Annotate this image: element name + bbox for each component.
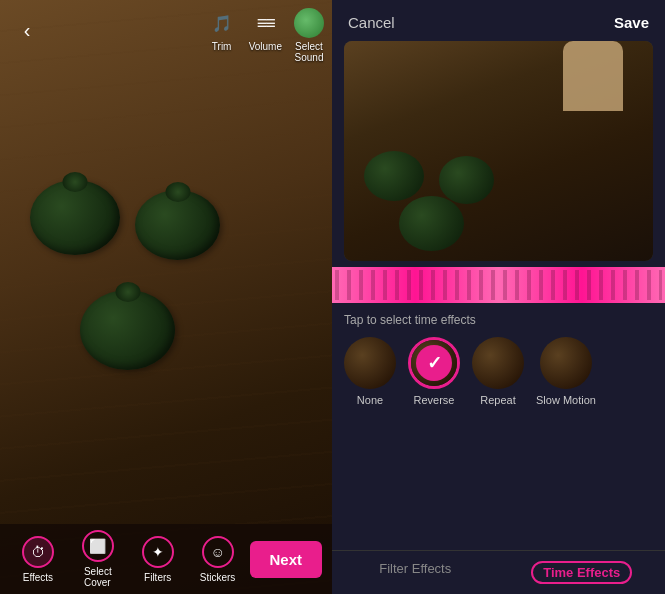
effect-none[interactable]: None: [344, 337, 396, 406]
effects-icon: ⏱: [22, 536, 54, 568]
effect-slow-motion-label: Slow Motion: [536, 394, 596, 406]
effects-row: None ✓ Reverse Repeat: [344, 337, 653, 406]
volume-icon: ≡≡: [250, 8, 280, 38]
back-icon: ‹: [24, 19, 31, 42]
effect-repeat-circle: [472, 337, 524, 389]
tab-filter-effects[interactable]: Filter Effects: [332, 551, 499, 594]
select-cover-label: SelectCover: [84, 566, 112, 588]
filters-icon: ✦: [142, 536, 174, 568]
filters-button[interactable]: ✦ Filters: [130, 536, 186, 583]
effect-repeat-inner: [472, 337, 524, 389]
bottom-tabs: Filter Effects Time Effects: [332, 550, 665, 594]
background: [0, 0, 332, 594]
turtle-3: [80, 290, 175, 370]
tab-time-effects-label: Time Effects: [531, 561, 632, 584]
bottom-toolbar: ⏱ Effects ⬜ SelectCover ✦ Filters ☺ Stic…: [0, 524, 332, 594]
turtle-2: [135, 190, 220, 260]
back-button[interactable]: ‹: [12, 15, 42, 45]
effect-repeat[interactable]: Repeat: [472, 337, 524, 406]
preview-turtle-1: [364, 151, 424, 201]
effects-label: Effects: [23, 572, 53, 583]
trim-label: Trim: [212, 41, 232, 52]
cancel-button[interactable]: Cancel: [348, 14, 395, 31]
effect-slow-motion-inner: [540, 337, 592, 389]
effect-reverse-check: ✓: [416, 345, 452, 381]
trim-button[interactable]: 🎵 Trim: [207, 8, 237, 63]
effect-slow-motion-circle: [540, 337, 592, 389]
stickers-icon: ☺: [202, 536, 234, 568]
select-sound-button[interactable]: SelectSound: [294, 8, 324, 63]
select-cover-icon: ⬜: [82, 530, 114, 562]
save-button[interactable]: Save: [614, 14, 649, 31]
timeline-strip: [332, 267, 665, 303]
effect-none-circle: [344, 337, 396, 389]
effects-button[interactable]: ⏱ Effects: [10, 536, 66, 583]
top-toolbar: 🎵 Trim ≡≡ Volume SelectSound: [207, 8, 324, 63]
stickers-button[interactable]: ☺ Stickers: [190, 536, 246, 583]
effect-reverse[interactable]: ✓ Reverse: [408, 337, 460, 406]
tab-filter-effects-label: Filter Effects: [379, 561, 451, 576]
preview-hand: [563, 41, 623, 111]
right-header: Cancel Save: [332, 0, 665, 41]
volume-button[interactable]: ≡≡ Volume: [249, 8, 282, 63]
effect-reverse-circle: ✓: [408, 337, 460, 389]
left-panel: ‹ 🎵 Trim ≡≡ Volume SelectSound ⏱ Effects…: [0, 0, 332, 594]
effect-none-inner: [344, 337, 396, 389]
select-cover-button[interactable]: ⬜ SelectCover: [70, 530, 126, 588]
next-button[interactable]: Next: [250, 541, 323, 578]
tap-hint: Tap to select time effects: [344, 313, 653, 327]
effect-reverse-label: Reverse: [414, 394, 455, 406]
preview-content: [344, 41, 653, 261]
effect-slow-motion[interactable]: Slow Motion: [536, 337, 596, 406]
select-sound-label: SelectSound: [295, 41, 324, 63]
tab-time-effects[interactable]: Time Effects: [499, 551, 666, 594]
time-effects-section: Tap to select time effects None ✓ Revers…: [332, 303, 665, 412]
effect-none-label: None: [357, 394, 383, 406]
volume-label: Volume: [249, 41, 282, 52]
select-sound-icon-inner: [294, 8, 324, 38]
effect-repeat-label: Repeat: [480, 394, 515, 406]
stickers-label: Stickers: [200, 572, 236, 583]
right-panel: Cancel Save Tap to select time effects N…: [332, 0, 665, 594]
filters-label: Filters: [144, 572, 171, 583]
select-sound-icon: [294, 8, 324, 38]
turtle-1: [30, 180, 120, 255]
preview-turtle-2: [439, 156, 494, 204]
trim-icon: 🎵: [207, 8, 237, 38]
preview-turtle-3: [399, 196, 464, 251]
video-preview: [344, 41, 653, 261]
